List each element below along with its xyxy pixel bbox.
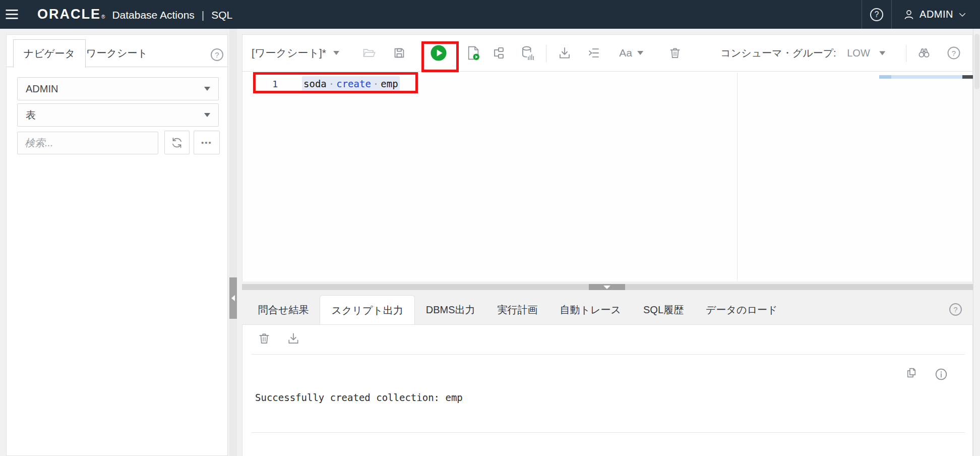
editor-gutter-divider (737, 73, 738, 281)
download-icon (287, 332, 300, 345)
trash-icon (668, 46, 682, 60)
clear-output-button[interactable] (258, 332, 271, 347)
registered-mark: ® (101, 14, 105, 20)
object-type-select[interactable]: 表 (17, 103, 219, 127)
save-icon (393, 46, 406, 60)
tab-autotrace[interactable]: 自動トレース (549, 295, 632, 324)
sidebar-tabs: ナビゲータ ワークシート ? (7, 35, 227, 67)
sidebar-help-button[interactable]: ? (211, 48, 223, 61)
trash-icon (258, 332, 271, 345)
tab-explain-plan[interactable]: 実行計画 (486, 295, 549, 324)
chevron-down-icon (958, 10, 967, 19)
caret-down-icon (204, 113, 210, 117)
editor-scrollbar-end (962, 75, 973, 79)
editor-scrollbar-thumb[interactable] (879, 75, 891, 79)
app-title: Database Actions (112, 9, 194, 21)
run-script-button[interactable] (467, 46, 480, 61)
results-tabs: 問合せ結果 スクリプト出力 DBMS出力 実行計画 自動トレース SQL履歴 デ… (242, 295, 973, 324)
format-indent-icon (587, 46, 601, 60)
window-scrollbar-thumb[interactable] (974, 34, 979, 89)
code-line: 1 sodacreateemp (242, 73, 972, 94)
user-name: ADMIN (920, 9, 953, 20)
question-icon: ? (870, 8, 883, 21)
download-icon (558, 46, 572, 60)
results-collapse-handle[interactable] (589, 284, 625, 290)
run-icon (431, 45, 447, 62)
question-icon: ? (211, 48, 223, 61)
run-statement-button[interactable] (431, 45, 447, 62)
tab-query-result[interactable]: 問合せ結果 (247, 295, 320, 324)
tab-data-load[interactable]: データのロード (695, 295, 788, 324)
worksheet-panel: [ワークシート]* (242, 34, 973, 281)
script-output-panel: Successfully created collection: emp (242, 324, 973, 456)
code-token-keyword: create (327, 78, 371, 89)
ellipsis-icon: ••• (201, 138, 212, 147)
worksheet-toolbar: [ワークシート]* (242, 35, 972, 72)
find-button[interactable] (917, 46, 931, 60)
copy-icon (905, 367, 918, 379)
consumer-group-label: コンシューマ・グループ: (720, 46, 836, 60)
explain-plan-icon (492, 46, 506, 60)
caret-down-icon (333, 51, 339, 55)
results-help-button[interactable]: ? (949, 303, 962, 316)
open-file-button[interactable] (362, 46, 376, 60)
sidebar-collapse-handle[interactable] (229, 277, 237, 319)
copy-output-button[interactable] (905, 367, 918, 381)
autotrace-button[interactable] (521, 46, 535, 61)
help-button[interactable]: ? (862, 0, 891, 29)
title-separator: | (202, 9, 204, 21)
top-bar: ORACLE® Database Actions | SQL ? ADMIN (0, 0, 980, 29)
window-scrollbar[interactable] (973, 29, 980, 456)
app-window: ORACLE® Database Actions | SQL ? ADMIN ナ… (0, 0, 980, 456)
toolbar-divider (546, 45, 546, 62)
search-input[interactable] (17, 132, 158, 154)
run-script-icon (467, 46, 480, 61)
download-button[interactable] (558, 46, 572, 60)
save-button[interactable] (393, 46, 406, 60)
tab-navigator[interactable]: ナビゲータ (13, 39, 86, 68)
question-icon: ? (949, 303, 962, 316)
caret-down-icon (204, 87, 210, 91)
menu-icon[interactable] (0, 0, 23, 29)
code-text: sodacreateemp (302, 76, 400, 91)
output-info-button[interactable] (935, 368, 948, 383)
results-splitter[interactable] (242, 284, 973, 290)
consumer-group: コンシューマ・グループ: (720, 46, 836, 60)
refresh-button[interactable] (164, 131, 190, 154)
folder-open-icon (362, 46, 376, 60)
navigator-sidebar: ナビゲータ ワークシート ? ADMIN 表 ••• (6, 34, 228, 456)
brand: ORACLE® Database Actions | SQL (37, 7, 232, 22)
consumer-group-value: LOW (847, 47, 870, 59)
autotrace-icon (521, 46, 535, 61)
tab-worksheet[interactable]: ワークシート (76, 39, 158, 68)
script-output-text: Successfully created collection: emp (255, 392, 463, 403)
font-size-label: Aa (619, 47, 632, 59)
clear-worksheet-button[interactable] (668, 46, 682, 60)
tab-dbms-output[interactable]: DBMS出力 (415, 295, 486, 324)
output-divider (251, 432, 965, 433)
object-type-value: 表 (26, 108, 36, 122)
tab-sql-history[interactable]: SQL履歴 (632, 295, 695, 324)
format-button[interactable] (587, 46, 601, 60)
worksheet-title-dropdown[interactable]: [ワークシート]* (252, 46, 339, 60)
download-output-button[interactable] (287, 332, 300, 347)
schema-select-value: ADMIN (26, 83, 58, 95)
collapse-left-icon (231, 295, 235, 301)
user-menu[interactable]: ADMIN (892, 0, 980, 29)
tab-script-output[interactable]: スクリプト出力 (320, 295, 414, 324)
consumer-group-select[interactable]: LOW (847, 47, 885, 59)
toolbar-divider (906, 45, 906, 62)
code-token: soda (303, 78, 327, 89)
explain-plan-button[interactable] (492, 46, 506, 60)
sql-editor[interactable]: 1 sodacreateemp (242, 72, 972, 281)
font-size-dropdown[interactable]: Aa (619, 47, 643, 59)
more-actions-button[interactable]: ••• (194, 131, 220, 154)
schema-select[interactable]: ADMIN (17, 77, 219, 100)
refresh-icon (170, 136, 183, 149)
caret-down-icon (879, 51, 885, 55)
worksheet-help-button[interactable]: ? (948, 47, 960, 60)
editor-scrollbar-track[interactable] (879, 75, 962, 79)
sidebar-splitter[interactable] (229, 29, 237, 456)
person-icon (903, 9, 915, 21)
module-title: SQL (211, 9, 232, 21)
